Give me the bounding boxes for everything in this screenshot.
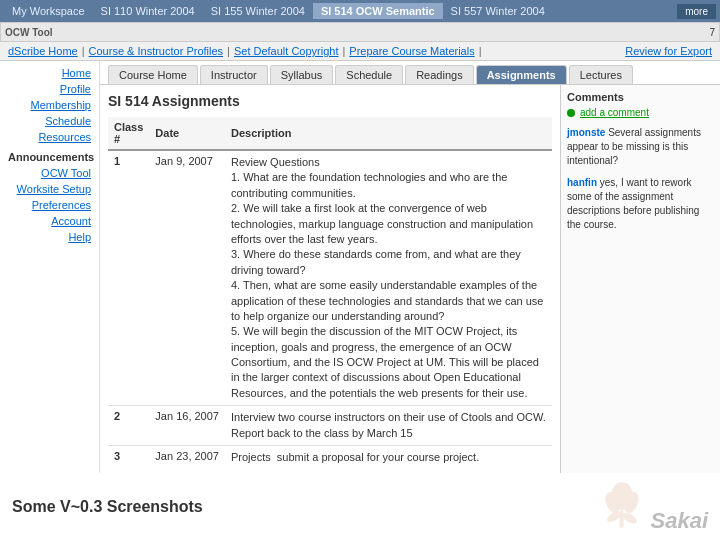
col-date: Date <box>149 117 225 150</box>
add-comment-link[interactable]: add a comment <box>567 107 714 118</box>
nav-si155[interactable]: SI 155 Winter 2004 <box>203 3 313 19</box>
dscribe-home-link[interactable]: dScribe Home <box>8 45 78 57</box>
tab-syllabus[interactable]: Syllabus <box>270 65 334 84</box>
tab-instructor[interactable]: Instructor <box>200 65 268 84</box>
comments-list: jmonste Several assignments appear to be… <box>567 126 714 232</box>
sidebar-home[interactable]: Home <box>0 65 99 81</box>
assignment-date: Jan 9, 2007 <box>149 150 225 406</box>
assignment-description: Review Questions 1. What are the foundat… <box>225 150 552 406</box>
assignment-class-num: 2 <box>108 406 149 446</box>
prepare-course-materials-link[interactable]: Prepare Course Materials <box>349 45 474 57</box>
course-instructor-profiles-link[interactable]: Course & Instructor Profiles <box>89 45 224 57</box>
sidebar-membership[interactable]: Membership <box>0 97 99 113</box>
comment-entry: jmonste Several assignments appear to be… <box>567 126 714 168</box>
sakai-brand-label: Sakai <box>651 508 709 534</box>
sidebar-ocw-tool[interactable]: OCW Tool <box>0 165 99 181</box>
assignments-area: SI 514 Assignments Class # Date Descript… <box>100 85 560 517</box>
col-class-num: Class # <box>108 117 149 150</box>
green-dot-icon <box>567 109 575 117</box>
ocw-toolbar: OCW Tool 7 <box>0 22 720 42</box>
assignment-date: Jan 16, 2007 <box>149 406 225 446</box>
table-row: 1Jan 9, 2007Review Questions 1. What are… <box>108 150 552 406</box>
tab-readings[interactable]: Readings <box>405 65 473 84</box>
sub-tabs: Course Home Instructor Syllabus Schedule… <box>100 61 720 85</box>
top-navigation: My Workspace SI 110 Winter 2004 SI 155 W… <box>0 0 720 22</box>
sidebar-preferences[interactable]: Preferences <box>0 197 99 213</box>
sidebar-resources[interactable]: Resources <box>0 129 99 145</box>
sidebar-section: Home Profile Membership Schedule Resourc… <box>0 65 99 245</box>
assignments-table: Class # Date Description 1Jan 9, 2007Rev… <box>108 117 552 517</box>
comment-entry: hanfin yes, I want to rework some of the… <box>567 176 714 232</box>
page-title: SI 514 Assignments <box>108 93 552 109</box>
comment-author[interactable]: hanfin <box>567 177 600 188</box>
set-default-copyright-link[interactable]: Set Default Copyright <box>234 45 339 57</box>
tab-assignments[interactable]: Assignments <box>476 65 567 84</box>
sidebar-account[interactable]: Account <box>0 213 99 229</box>
sidebar-profile[interactable]: Profile <box>0 81 99 97</box>
add-comment-label[interactable]: add a comment <box>580 107 649 118</box>
assignment-class-num: 1 <box>108 150 149 406</box>
sakai-tulip-icon <box>597 479 647 534</box>
ocw-tool-label: OCW Tool <box>5 27 53 38</box>
col-description: Description <box>225 117 552 150</box>
ocw-number: 7 <box>709 27 715 38</box>
comments-title: Comments <box>567 91 714 103</box>
sidebar: Home Profile Membership Schedule Resourc… <box>0 61 100 517</box>
review-for-export-link[interactable]: Review for Export <box>625 45 712 57</box>
nav-more[interactable]: more <box>677 4 716 19</box>
main-layout: Home Profile Membership Schedule Resourc… <box>0 61 720 517</box>
nav-my-workspace[interactable]: My Workspace <box>4 3 93 19</box>
dscribe-navigation: dScribe Home | Course & Instructor Profi… <box>0 42 720 61</box>
assignment-description: Interview two course instructors on thei… <box>225 406 552 446</box>
comments-panel: Comments add a comment jmonste Several a… <box>560 85 720 517</box>
sidebar-announcements-header: Announcements <box>0 145 99 165</box>
screenshots-label: Some V~0.3 Screenshots <box>12 498 203 516</box>
table-row: 2Jan 16, 2007Interview two course instru… <box>108 406 552 446</box>
sidebar-schedule[interactable]: Schedule <box>0 113 99 129</box>
nav-si557[interactable]: SI 557 Winter 2004 <box>443 3 553 19</box>
nav-si514[interactable]: SI 514 OCW Semantic <box>313 3 443 19</box>
sakai-logo: Sakai <box>597 479 709 534</box>
bottom-bar: Some V~0.3 Screenshots Sakai <box>0 473 720 540</box>
comment-author[interactable]: jmonste <box>567 127 608 138</box>
sidebar-worksite-setup[interactable]: Worksite Setup <box>0 181 99 197</box>
tab-schedule[interactable]: Schedule <box>335 65 403 84</box>
sidebar-help[interactable]: Help <box>0 229 99 245</box>
content-main: SI 514 Assignments Class # Date Descript… <box>100 85 720 517</box>
nav-si110[interactable]: SI 110 Winter 2004 <box>93 3 203 19</box>
svg-point-5 <box>621 511 639 526</box>
content-area: Course Home Instructor Syllabus Schedule… <box>100 61 720 517</box>
tab-course-home[interactable]: Course Home <box>108 65 198 84</box>
tab-lectures[interactable]: Lectures <box>569 65 633 84</box>
